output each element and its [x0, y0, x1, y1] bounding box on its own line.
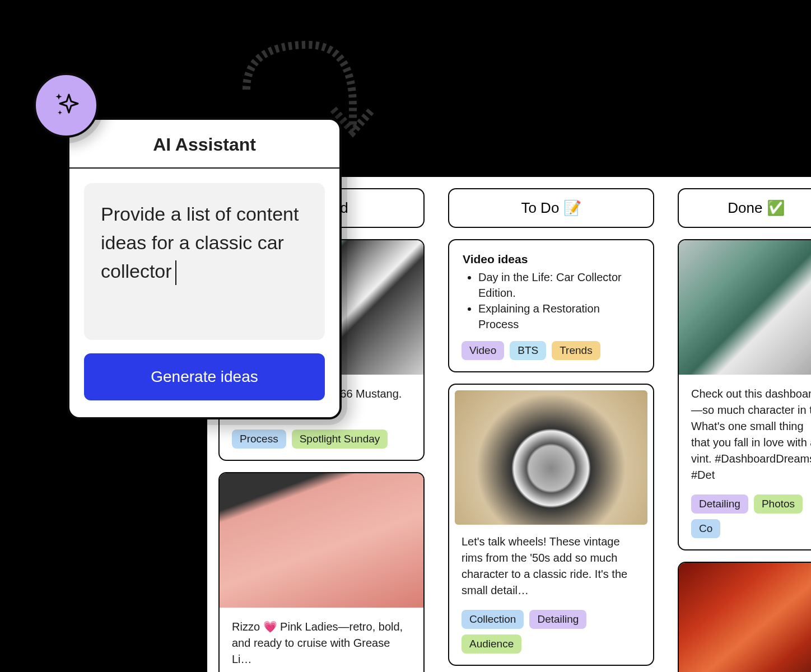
card-tags: Video BTS Trends — [449, 341, 653, 371]
tag-video[interactable]: Video — [462, 341, 504, 360]
tag-co[interactable]: Co — [691, 519, 720, 538]
ai-assistant-panel: AI Assistant Provide a list of content i… — [67, 118, 342, 419]
card-red-car[interactable] — [678, 562, 811, 672]
ai-sparkle-badge — [34, 73, 99, 138]
card-video-ideas[interactable]: Video ideas Day in the Life: Car Collect… — [448, 239, 654, 372]
column-todo: To Do 📝 Video ideas Day in the Life: Car… — [448, 185, 654, 672]
card-title: Video ideas — [463, 253, 640, 266]
tag-photos[interactable]: Photos — [754, 494, 803, 514]
card-image-dashboard — [679, 240, 811, 375]
prompt-text: Provide a list of content ideas for a cl… — [101, 203, 299, 282]
card-image-wheel — [455, 390, 647, 525]
column-header-todo: To Do 📝 — [448, 188, 654, 228]
tag-collection[interactable]: Collection — [462, 610, 524, 629]
card-dashboard[interactable]: Check out this dashboard—so much charact… — [678, 239, 811, 550]
tag-detailing[interactable]: Detailing — [691, 494, 748, 514]
column-done: Done ✅ Check out this dashboard—so much … — [678, 185, 811, 672]
assistant-title: AI Assistant — [69, 120, 339, 169]
card-image-red — [679, 563, 811, 672]
card-tags: Detailing Photos Co — [679, 494, 811, 549]
tag-spotlight-sunday[interactable]: Spotlight Sunday — [292, 430, 388, 449]
card-wheels[interactable]: Let's talk wheels! These vintage rims fr… — [448, 384, 654, 666]
tag-detailing[interactable]: Detailing — [529, 610, 586, 629]
card-tags: Process Spotlight Sunday — [220, 430, 423, 460]
card-tags: Collection Detailing Audience — [449, 610, 653, 665]
card-text: Rizzo 💗 Pink Ladies—retro, bold, and rea… — [232, 619, 411, 668]
card-pink-ladies[interactable]: Rizzo 💗 Pink Ladies—retro, bold, and rea… — [218, 472, 425, 672]
card-list: Day in the Life: Car Collector Edition. … — [463, 269, 640, 332]
list-item: Explaining a Restoration Process — [478, 301, 640, 332]
list-item: Day in the Life: Car Collector Edition. — [478, 269, 640, 301]
card-text: Let's talk wheels! These vintage rims fr… — [462, 534, 641, 599]
card-text: Check out this dashboard—so much charact… — [691, 386, 811, 483]
prompt-input[interactable]: Provide a list of content ideas for a cl… — [84, 183, 325, 340]
column-header-done: Done ✅ — [678, 188, 811, 228]
generate-ideas-button[interactable]: Generate ideas — [84, 353, 325, 400]
tag-audience[interactable]: Audience — [462, 634, 521, 654]
tag-process[interactable]: Process — [232, 430, 286, 449]
sparkle-icon — [50, 89, 82, 122]
text-cursor — [175, 260, 176, 285]
tag-trends[interactable]: Trends — [552, 341, 600, 360]
card-image-pink — [220, 473, 423, 608]
tag-bts[interactable]: BTS — [510, 341, 546, 360]
